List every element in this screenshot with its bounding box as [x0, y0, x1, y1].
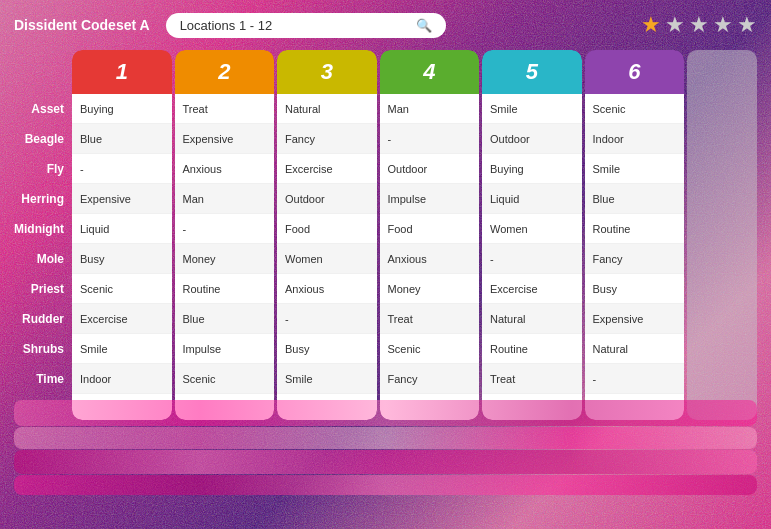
- cell-3-4: Outdoor: [277, 184, 377, 214]
- stars-container: ★ ★ ★ ★ ★: [641, 12, 757, 38]
- cell-6-10: -: [585, 364, 685, 394]
- cell-1-6: Busy: [72, 244, 172, 274]
- cell-3-3: Excercise: [277, 154, 377, 184]
- col-header-5[interactable]: 5: [482, 50, 582, 94]
- cell-6-4: Blue: [585, 184, 685, 214]
- cell-2-4: Man: [175, 184, 275, 214]
- cell-2-7: Routine: [175, 274, 275, 304]
- row-label-beagle: Beagle: [14, 124, 72, 154]
- column-3: 3NaturalFancyExcerciseOutdoorFoodWomenAn…: [277, 50, 377, 420]
- cell-1-1: Buying: [72, 94, 172, 124]
- col-body-6: ScenicIndoorSmileBlueRoutineFancyBusyExp…: [585, 94, 685, 420]
- app-title: Dissident Codeset A: [14, 17, 150, 33]
- cell-2-3: Anxious: [175, 154, 275, 184]
- cell-4-2: -: [380, 124, 480, 154]
- cell-4-7: Money: [380, 274, 480, 304]
- cell-4-3: Outdoor: [380, 154, 480, 184]
- search-icon: 🔍: [416, 18, 432, 33]
- cell-3-8: -: [277, 304, 377, 334]
- row-label-midnight: Midnight: [14, 214, 72, 244]
- cell-3-5: Food: [277, 214, 377, 244]
- star-4[interactable]: ★: [713, 12, 733, 38]
- cell-1-9: Smile: [72, 334, 172, 364]
- row-label-rudder: Rudder: [14, 304, 72, 334]
- cell-2-6: Money: [175, 244, 275, 274]
- cell-4-10: Fancy: [380, 364, 480, 394]
- cell-4-8: Treat: [380, 304, 480, 334]
- cell-5-9: Routine: [482, 334, 582, 364]
- cell-4-5: Food: [380, 214, 480, 244]
- cell-3-9: Busy: [277, 334, 377, 364]
- columns-area: 1BuyingBlue-ExpensiveLiquidBusyScenicExc…: [72, 50, 684, 420]
- search-bar[interactable]: Locations 1 - 12 🔍: [166, 13, 446, 38]
- row-label-mole: Mole: [14, 244, 72, 274]
- col-header-4[interactable]: 4: [380, 50, 480, 94]
- col-body-2: TreatExpensiveAnxiousMan-MoneyRoutineBlu…: [175, 94, 275, 420]
- cell-5-6: -: [482, 244, 582, 274]
- col-header-3[interactable]: 3: [277, 50, 377, 94]
- col-body-4: Man-OutdoorImpulseFoodAnxiousMoneyTreatS…: [380, 94, 480, 420]
- cell-4-4: Impulse: [380, 184, 480, 214]
- cell-2-9: Impulse: [175, 334, 275, 364]
- cell-6-9: Natural: [585, 334, 685, 364]
- cell-5-3: Buying: [482, 154, 582, 184]
- cell-1-4: Expensive: [72, 184, 172, 214]
- column-6: 6ScenicIndoorSmileBlueRoutineFancyBusyEx…: [585, 50, 685, 420]
- cell-6-5: Routine: [585, 214, 685, 244]
- column-1: 1BuyingBlue-ExpensiveLiquidBusyScenicExc…: [72, 50, 172, 420]
- column-4: 4Man-OutdoorImpulseFoodAnxiousMoneyTreat…: [380, 50, 480, 420]
- cell-3-10: Smile: [277, 364, 377, 394]
- cell-2-1: Treat: [175, 94, 275, 124]
- row-label-fly: Fly: [14, 154, 72, 184]
- col-body-3: NaturalFancyExcerciseOutdoorFoodWomenAnx…: [277, 94, 377, 420]
- cell-6-2: Indoor: [585, 124, 685, 154]
- table: AssetBeagleFlyHerringMidnightMolePriestR…: [14, 50, 757, 420]
- cell-5-8: Natural: [482, 304, 582, 334]
- cell-1-3: -: [72, 154, 172, 184]
- col-header-1[interactable]: 1: [72, 50, 172, 94]
- col-body-1: BuyingBlue-ExpensiveLiquidBusyScenicExce…: [72, 94, 172, 420]
- cell-6-7: Busy: [585, 274, 685, 304]
- col-body-5: SmileOutdoorBuyingLiquidWomen-ExcerciseN…: [482, 94, 582, 420]
- column-5: 5SmileOutdoorBuyingLiquidWomen-Excercise…: [482, 50, 582, 420]
- row-label-asset: Asset: [14, 94, 72, 124]
- star-2[interactable]: ★: [665, 12, 685, 38]
- cell-6-6: Fancy: [585, 244, 685, 274]
- search-text: Locations 1 - 12: [180, 18, 408, 33]
- column-2: 2TreatExpensiveAnxiousMan-MoneyRoutineBl…: [175, 50, 275, 420]
- cell-5-2: Outdoor: [482, 124, 582, 154]
- cell-1-8: Excercise: [72, 304, 172, 334]
- row-labels: AssetBeagleFlyHerringMidnightMolePriestR…: [14, 94, 72, 420]
- main-container: Dissident Codeset A Locations 1 - 12 🔍 ★…: [0, 0, 771, 529]
- star-3[interactable]: ★: [689, 12, 709, 38]
- row-label-time: Time: [14, 364, 72, 394]
- cell-3-2: Fancy: [277, 124, 377, 154]
- cell-2-8: Blue: [175, 304, 275, 334]
- cell-5-10: Treat: [482, 364, 582, 394]
- cell-2-5: -: [175, 214, 275, 244]
- static-column: [687, 50, 757, 420]
- cell-4-6: Anxious: [380, 244, 480, 274]
- cell-3-6: Women: [277, 244, 377, 274]
- cell-4-9: Scenic: [380, 334, 480, 364]
- cell-2-10: Scenic: [175, 364, 275, 394]
- cell-4-1: Man: [380, 94, 480, 124]
- row-label-herring: Herring: [14, 184, 72, 214]
- cell-1-2: Blue: [72, 124, 172, 154]
- col-header-6[interactable]: 6: [585, 50, 685, 94]
- cell-1-10: Indoor: [72, 364, 172, 394]
- cell-6-1: Scenic: [585, 94, 685, 124]
- col-header-2[interactable]: 2: [175, 50, 275, 94]
- cell-5-5: Women: [482, 214, 582, 244]
- cell-3-7: Anxious: [277, 274, 377, 304]
- star-5[interactable]: ★: [737, 12, 757, 38]
- cell-5-1: Smile: [482, 94, 582, 124]
- cell-6-3: Smile: [585, 154, 685, 184]
- cell-5-4: Liquid: [482, 184, 582, 214]
- cell-5-7: Excercise: [482, 274, 582, 304]
- star-1[interactable]: ★: [641, 12, 661, 38]
- cell-3-1: Natural: [277, 94, 377, 124]
- row-label-priest: Priest: [14, 274, 72, 304]
- row-label-shrubs: Shrubs: [14, 334, 72, 364]
- cell-6-8: Expensive: [585, 304, 685, 334]
